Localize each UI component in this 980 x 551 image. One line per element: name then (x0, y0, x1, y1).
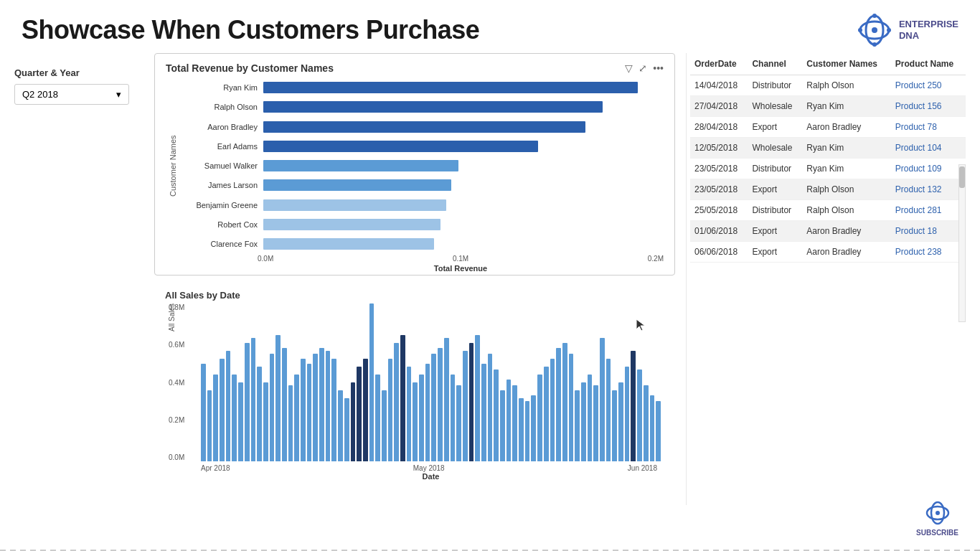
bar-x-tick: 0.0M (258, 255, 273, 263)
subscribe-badge[interactable]: SUBSCRIBE (916, 500, 958, 537)
sales-bar (618, 382, 623, 461)
sales-y-tick: 0.0M (169, 453, 184, 461)
sales-bar (251, 338, 256, 461)
table-column-header: Channel (748, 53, 802, 75)
page-title: Showcase When Customers Purchase (22, 15, 479, 45)
sales-bar (451, 375, 456, 461)
page-header: Showcase When Customers Purchase ENTERPR… (0, 0, 980, 53)
bar-row: Clarence Fox (177, 236, 664, 252)
sales-bar (537, 375, 542, 461)
table-header: OrderDateChannelCustomer NamesProduct Na… (690, 53, 966, 75)
sales-bar (213, 375, 218, 461)
table-cell: 14/04/2018 (690, 75, 748, 96)
sales-y-tick: 0.4M (169, 379, 184, 387)
bar-fill (263, 179, 451, 191)
expand-icon[interactable]: ⤢ (639, 62, 647, 74)
chart-toolbar: ▽ ⤢ ••• (625, 62, 664, 74)
logo-text: ENTERPRISE DNA (899, 19, 958, 41)
bar-label: Earl Adams (177, 142, 263, 151)
sales-bar (282, 348, 287, 461)
sales-bar (581, 382, 586, 461)
sales-chart-plot-area: 0.8M0.6M0.4M0.2M0.0M (197, 303, 664, 461)
sales-bar (500, 390, 505, 461)
table-cell: Ryan Kim (802, 138, 891, 159)
bar-row: Benjamin Greene (177, 197, 664, 213)
table-cell: 12/05/2018 (690, 138, 748, 159)
scrollbar[interactable] (958, 164, 966, 322)
sales-bar (344, 398, 349, 461)
sales-bar (313, 354, 318, 461)
sales-bar (394, 343, 399, 461)
svg-point-5 (858, 28, 862, 32)
sales-bar (232, 375, 237, 461)
sales-bar (519, 398, 524, 461)
sales-bar (294, 375, 299, 461)
table-cell: Product 104 (891, 138, 966, 159)
bar-fill (263, 101, 603, 113)
bar-fill (263, 219, 440, 230)
table-row: 01/06/2018ExportAaron BradleyProduct 18 (690, 221, 966, 242)
sales-y-labels: 0.8M0.6M0.4M0.2M0.0M (169, 303, 184, 461)
table-cell: Aaron Bradley (802, 221, 891, 242)
bar-chart-body: Customer Names Ryan Kim Ralph Olson Aaro… (166, 80, 664, 252)
bar-track (263, 238, 664, 250)
sales-x-labels: Apr 2018May 2018Jun 2018 (165, 464, 664, 472)
table-cell: 06/06/2018 (690, 242, 748, 263)
sales-bar (556, 348, 561, 461)
sales-bar (544, 367, 549, 461)
center-panel: Total Revenue by Customer Names ▽ ⤢ ••• … (154, 53, 675, 505)
table-cell: Export (748, 117, 802, 138)
bar-label: Clarence Fox (177, 240, 263, 248)
table-body: 14/04/2018DistributorRalph OlsonProduct … (690, 75, 966, 263)
chevron-down-icon: ▾ (116, 89, 121, 100)
sales-bar (220, 359, 225, 461)
table-column-header: OrderDate (690, 53, 748, 75)
bar-label: James Larson (177, 181, 263, 189)
table-cell: Product 238 (891, 242, 966, 263)
bar-label: Robert Cox (177, 220, 263, 229)
sales-bar (525, 401, 530, 461)
more-options-icon[interactable]: ••• (653, 62, 664, 74)
sales-chart-x-title: Date (165, 472, 664, 481)
filter-label: Quarter & Year (14, 67, 143, 78)
table-cell: 23/05/2018 (690, 179, 748, 200)
table-cell: 01/06/2018 (690, 221, 748, 242)
sales-bar (307, 364, 312, 461)
sales-bar (419, 375, 424, 461)
sales-bar (201, 364, 206, 461)
sales-bar (612, 390, 617, 461)
table-row: 23/05/2018DistributorRyan KimProduct 109 (690, 159, 966, 179)
sales-bars-area (197, 303, 664, 461)
table-cell: Ralph Olson (802, 179, 891, 200)
sales-bar (562, 343, 567, 461)
filter-icon[interactable]: ▽ (625, 62, 633, 74)
sales-bar (488, 354, 493, 461)
sales-bar (319, 348, 324, 461)
sales-bar (288, 385, 293, 461)
sales-bar (369, 303, 374, 461)
sales-bar (207, 390, 212, 461)
table-cell: Aaron Bradley (802, 242, 891, 263)
bar-fill (263, 238, 434, 250)
sales-bar (275, 335, 281, 461)
bar-label: Aaron Bradley (177, 123, 263, 131)
table-cell: Ralph Olson (802, 75, 891, 96)
bar-row: Ryan Kim (177, 80, 664, 95)
sales-x-tick: Apr 2018 (201, 464, 230, 472)
scrollbar-thumb (959, 166, 965, 188)
bar-chart-title: Total Revenue by Customer Names (166, 62, 334, 74)
quarter-year-dropdown[interactable]: Q2 2018 ▾ (14, 84, 129, 105)
sales-bar (375, 375, 380, 461)
sales-bar (494, 369, 499, 461)
bar-row: James Larson (177, 177, 664, 193)
bar-track (263, 199, 664, 211)
table-row: 25/05/2018DistributorRalph OlsonProduct … (690, 200, 966, 221)
sales-bar (238, 382, 243, 461)
sales-bar (257, 367, 262, 461)
table-cell: 23/05/2018 (690, 159, 748, 179)
bar-chart-y-axis-label: Customer Names (166, 80, 177, 252)
sales-y-tick: 0.2M (169, 416, 184, 424)
bar-track (263, 179, 664, 191)
table-cell: Product 109 (891, 159, 966, 179)
sales-bar (656, 401, 661, 461)
